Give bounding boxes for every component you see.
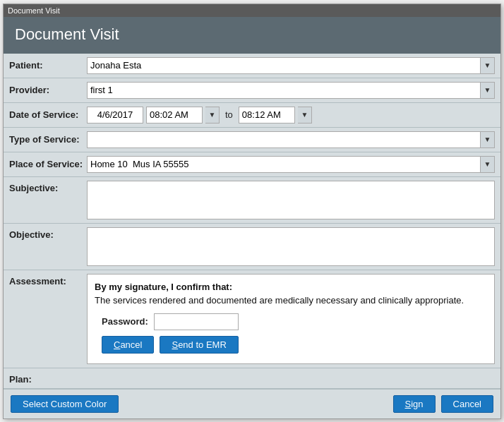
sign-button[interactable]: Sign: [393, 395, 436, 413]
date-service-inner: ▼ to ▼: [87, 107, 312, 123]
page-title: Document Visit: [15, 25, 489, 44]
send-to-emr-label: Send to EMR: [172, 339, 226, 350]
password-row: Password:: [95, 313, 487, 330]
date-of-service-row: Date of Service: ▼ to ▼: [4, 103, 500, 128]
objective-label: Objective:: [9, 227, 87, 240]
date-of-service-label: Date of Service:: [9, 109, 87, 120]
provider-dropdown-btn[interactable]: ▼: [481, 82, 495, 99]
title-bar: Document Visit: [4, 4, 500, 17]
select-custom-color-label: Select Custom Color: [23, 399, 107, 409]
form-area: Patient: ▼ Provider: ▼ Date of Service: …: [4, 54, 500, 389]
type-of-service-dropdown-btn[interactable]: ▼: [481, 131, 495, 148]
provider-control: ▼: [87, 82, 495, 99]
select-custom-color-button[interactable]: Select Custom Color: [11, 395, 119, 413]
to-label: to: [225, 109, 233, 120]
assessment-line1: By my signature, I confirm that:: [95, 282, 232, 292]
provider-input[interactable]: [87, 82, 481, 99]
cancel-label: Cancel: [453, 399, 481, 409]
date-input[interactable]: [87, 107, 143, 123]
patient-control: ▼: [87, 57, 495, 74]
password-input[interactable]: [154, 313, 239, 330]
objective-row: Objective:: [4, 224, 500, 270]
patient-dropdown-btn[interactable]: ▼: [481, 57, 495, 74]
time-start-input[interactable]: [146, 107, 203, 123]
sign-label: Sign: [405, 399, 424, 409]
send-to-emr-button[interactable]: Send to EMR: [160, 336, 238, 354]
type-of-service-row: Type of Service: ▼: [4, 128, 500, 152]
place-of-service-label: Place of Service:: [9, 159, 87, 169]
window-header: Document Visit: [4, 17, 500, 54]
objective-textarea[interactable]: [87, 227, 495, 266]
provider-row: Provider: ▼: [4, 78, 500, 103]
title-bar-label: Document Visit: [8, 6, 60, 15]
time-start-dropdown-btn[interactable]: ▼: [205, 107, 220, 123]
place-of-service-row: Place of Service: ▼: [4, 152, 500, 177]
time-end-dropdown-btn[interactable]: ▼: [298, 107, 312, 123]
assessment-box: By my signature, I confirm that: The ser…: [87, 274, 495, 364]
place-of-service-dropdown-btn[interactable]: ▼: [481, 156, 495, 173]
assessment-text: By my signature, I confirm that: The ser…: [95, 280, 487, 308]
type-of-service-input[interactable]: [87, 131, 481, 148]
assessment-row: Assessment: By my signature, I confirm t…: [4, 270, 500, 368]
cancel-emr-label: Cancel: [114, 339, 142, 350]
patient-input[interactable]: [87, 57, 481, 74]
place-of-service-input[interactable]: [87, 156, 481, 173]
date-of-service-control: ▼ to ▼: [87, 107, 495, 123]
main-window: Document Visit Document Visit Patient: ▼…: [3, 4, 501, 419]
cancel-button[interactable]: Cancel: [441, 395, 493, 413]
action-buttons: Cancel Send to EMR: [102, 336, 487, 354]
subjective-row: Subjective:: [4, 177, 500, 224]
type-of-service-control: ▼: [87, 131, 495, 148]
patient-label: Patient:: [9, 60, 87, 71]
assessment-line2: The services rendered and documented are…: [95, 295, 464, 306]
subjective-label: Subjective:: [9, 181, 87, 193]
type-of-service-label: Type of Service:: [9, 134, 87, 145]
subjective-textarea[interactable]: [87, 181, 495, 219]
plan-label: Plan:: [9, 372, 87, 385]
bottom-bar: Select Custom Color Sign Cancel: [4, 389, 500, 418]
password-label: Password:: [102, 316, 148, 327]
provider-label: Provider:: [9, 85, 87, 95]
place-of-service-control: ▼: [87, 156, 495, 173]
assessment-label: Assessment:: [9, 274, 87, 287]
plan-row: Plan:: [4, 368, 500, 389]
time-end-input[interactable]: [239, 107, 295, 123]
cancel-emr-button[interactable]: Cancel: [102, 336, 154, 354]
patient-row: Patient: ▼: [4, 54, 500, 78]
